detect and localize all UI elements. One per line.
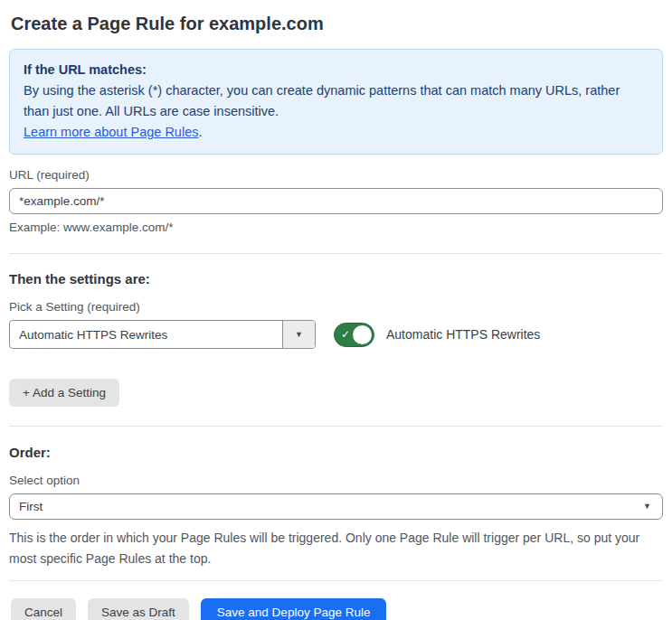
setting-row: Automatic HTTPS Rewrites ▼ ✓ Automatic H… (9, 320, 663, 349)
order-select-value: First (19, 500, 43, 513)
order-help-text: This is the order in which your Page Rul… (9, 528, 663, 568)
divider (9, 426, 663, 427)
settings-section-heading: Then the settings are: (9, 271, 663, 287)
cancel-button[interactable]: Cancel (11, 598, 76, 620)
divider (9, 253, 663, 254)
save-deploy-button[interactable]: Save and Deploy Page Rule (201, 598, 387, 620)
order-section-heading: Order: (9, 445, 663, 460)
url-matches-callout: If the URL matches: By using the asteris… (9, 49, 663, 155)
divider (9, 580, 663, 581)
url-field-label: URL (required) (9, 168, 663, 182)
order-select[interactable]: First ▼ (9, 493, 663, 520)
add-setting-button[interactable]: + Add a Setting (9, 379, 119, 407)
https-rewrites-toggle[interactable]: ✓ (334, 323, 374, 347)
chevron-down-icon: ▼ (643, 503, 651, 511)
callout-link-line: Learn more about Page Rules. (24, 122, 648, 143)
check-icon: ✓ (341, 328, 350, 341)
link-suffix: . (198, 125, 202, 139)
callout-body: By using the asterisk (*) character, you… (24, 80, 648, 122)
setting-toggle-wrap: ✓ Automatic HTTPS Rewrites (334, 323, 540, 347)
url-example-help: Example: www.example.com/* (9, 221, 663, 234)
callout-heading: If the URL matches: (24, 60, 648, 80)
save-draft-button[interactable]: Save as Draft (88, 598, 189, 620)
footer-actions: Cancel Save as Draft Save and Deploy Pag… (9, 598, 663, 620)
page-title: Create a Page Rule for example.com (9, 0, 663, 49)
order-select-label: Select option (9, 474, 663, 487)
setting-select-dropdown-button[interactable]: ▼ (282, 321, 315, 348)
toggle-knob (353, 325, 372, 344)
url-input[interactable] (9, 188, 663, 214)
learn-more-link[interactable]: Learn more about Page Rules (24, 125, 198, 139)
setting-select[interactable]: Automatic HTTPS Rewrites ▼ (9, 320, 316, 349)
pick-setting-label: Pick a Setting (required) (9, 300, 663, 314)
setting-select-value: Automatic HTTPS Rewrites (10, 321, 282, 348)
chevron-down-icon: ▼ (295, 331, 303, 339)
toggle-label: Automatic HTTPS Rewrites (386, 327, 540, 342)
page-rule-form: Create a Page Rule for example.com If th… (0, 0, 672, 620)
